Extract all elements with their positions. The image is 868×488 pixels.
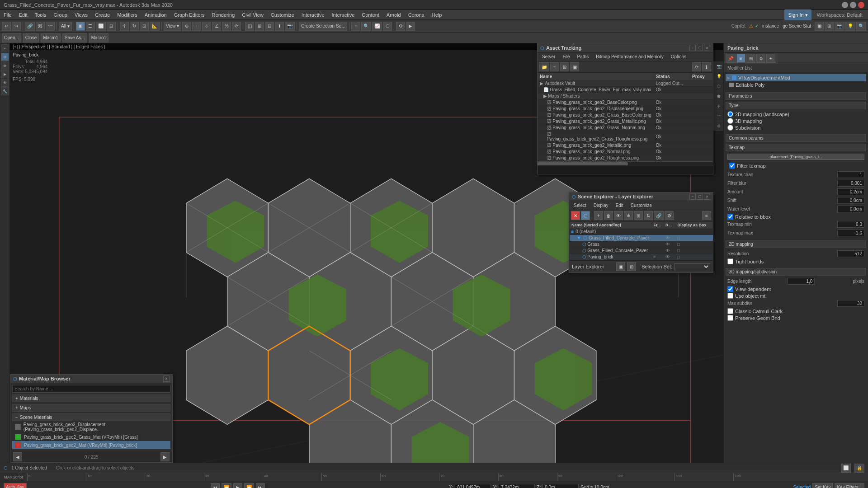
- hierarchy-panel-icon[interactable]: ⊕: [1, 61, 9, 70]
- se-col-name[interactable]: Name (Sorted Ascending): [570, 222, 652, 229]
- type-subdiv-input[interactable]: [727, 125, 733, 131]
- filter-blur-input[interactable]: [837, 180, 864, 187]
- snap-toggle-25d[interactable]: ⊹: [202, 22, 211, 31]
- at-col-status[interactable]: Status: [654, 73, 690, 80]
- window-controls[interactable]: [842, 2, 864, 8]
- menu-create[interactable]: Create: [91, 10, 113, 20]
- ms-pin[interactable]: 📌: [726, 54, 736, 63]
- list-item[interactable]: Paving_grass_brick_geo2_Grass_Mat (VRayM…: [12, 433, 170, 441]
- at-tb-btn1[interactable]: 📁: [539, 62, 549, 71]
- selection-filter-dropdown[interactable]: All ▾: [59, 22, 72, 31]
- vp-lock[interactable]: 🔒: [854, 464, 864, 473]
- minimize-button[interactable]: [842, 2, 848, 8]
- key-filters-btn[interactable]: Key Filters...: [835, 483, 864, 488]
- type-3d-radio[interactable]: 3D mapping: [727, 118, 864, 124]
- at-menu-bitmap[interactable]: Bitmap Performance and Memory: [592, 53, 667, 60]
- classic-catmull-input[interactable]: [727, 308, 733, 314]
- se-sort[interactable]: ⇅: [644, 211, 653, 220]
- quick-macro1[interactable]: Macro1: [41, 33, 60, 42]
- preserve-geom-checkbox[interactable]: Preserve Geom Bnd: [727, 315, 864, 321]
- toolbar-icon-1[interactable]: ▣: [815, 22, 824, 31]
- at-tb-btn4[interactable]: ▣: [570, 62, 579, 71]
- quick-save-as[interactable]: Save As...: [62, 33, 87, 42]
- rotate-button[interactable]: ↻: [130, 22, 139, 31]
- rectangular-select-button[interactable]: ⬜: [96, 22, 106, 31]
- x-coord-input[interactable]: [455, 484, 491, 488]
- at-minimize[interactable]: −: [689, 45, 696, 51]
- se-menu-select[interactable]: Select: [570, 202, 590, 209]
- toolbar-icon-3[interactable]: 📷: [835, 22, 844, 31]
- view-dependent-input[interactable]: [727, 286, 733, 292]
- normal-align-button[interactable]: ⊟: [265, 22, 274, 31]
- scale-button[interactable]: ⊡: [140, 22, 149, 31]
- vr-icon-camera[interactable]: 📷: [714, 61, 723, 71]
- ms-grid[interactable]: ⊞: [746, 54, 755, 63]
- menu-customize[interactable]: Customize: [267, 10, 298, 20]
- se-link[interactable]: 🔗: [654, 211, 664, 220]
- align-button[interactable]: ⊞: [255, 22, 264, 31]
- place-high-button[interactable]: ⬆: [275, 22, 284, 31]
- layer-manager[interactable]: ≡: [351, 22, 360, 31]
- at-tb-refresh[interactable]: ⟳: [692, 62, 701, 71]
- relative-bbox-checkbox[interactable]: Relative to bbox: [727, 214, 864, 220]
- playback-prev[interactable]: ⏪: [222, 483, 231, 488]
- texmap-max-input[interactable]: [837, 230, 864, 236]
- create-panel-icon[interactable]: +: [1, 44, 9, 52]
- at-close[interactable]: ×: [704, 45, 710, 51]
- se-titlebar[interactable]: ⬡ Scene Explorer - Layer Explorer − □ ×: [569, 192, 713, 201]
- spinner-snap[interactable]: ⟳: [232, 22, 241, 31]
- maximize-button[interactable]: [850, 2, 856, 8]
- angle-snap[interactable]: ∠: [212, 22, 221, 31]
- texmap-min-input[interactable]: [837, 221, 864, 228]
- mb-search-input[interactable]: [12, 385, 170, 393]
- unlink-button[interactable]: ⛓: [36, 22, 45, 31]
- at-menu-server[interactable]: Server: [538, 53, 559, 60]
- use-pivot-center[interactable]: ⊕: [182, 22, 191, 31]
- create-selection-btn[interactable]: Create Selection Se...: [299, 22, 347, 31]
- menu-scripting[interactable]: Interactive: [298, 10, 328, 20]
- z-coord-input[interactable]: [542, 484, 579, 488]
- menu-tools[interactable]: Tools: [31, 10, 50, 20]
- se-selection-set-dropdown[interactable]: [674, 263, 710, 270]
- view-dependent-checkbox[interactable]: View-dependent: [727, 286, 864, 292]
- mb-close[interactable]: ×: [163, 375, 170, 382]
- at-tb-info[interactable]: ℹ: [702, 62, 711, 71]
- at-col-proxy[interactable]: Proxy: [690, 73, 713, 80]
- relative-bbox-input[interactable]: [727, 214, 733, 220]
- list-item[interactable]: Paving_grass_brick_geo2_Displacement (Pa…: [12, 421, 170, 433]
- tight-bounds-checkbox[interactable]: Tight bounds: [727, 258, 864, 264]
- filter-texmap-input[interactable]: [729, 163, 735, 169]
- at-maximize[interactable]: □: [697, 45, 703, 51]
- quick-close[interactable]: Close: [23, 33, 39, 42]
- vr-icon-helper[interactable]: ✛: [714, 101, 723, 111]
- undo-button[interactable]: ↩: [2, 22, 11, 31]
- asset-tracking-titlebar[interactable]: ⬡ Asset Tracking − □ ×: [538, 44, 713, 52]
- menu-animation[interactable]: Animation: [141, 10, 170, 20]
- menu-civil-view[interactable]: Civil View: [238, 10, 267, 20]
- mb-scene-materials-header[interactable]: − Scene Materials: [12, 413, 170, 421]
- set-key-btn[interactable]: Set Key: [812, 483, 833, 488]
- workspaces-dropdown[interactable]: Workspaces: Default: [813, 10, 866, 20]
- menu-views[interactable]: Views: [71, 10, 91, 20]
- water-level-input[interactable]: [837, 206, 864, 212]
- se-new-layer[interactable]: +: [594, 211, 603, 220]
- window-crossing-button[interactable]: ⊟: [107, 22, 116, 31]
- vr-icon-spacewarp[interactable]: 〰: [714, 111, 723, 121]
- menu-group[interactable]: Group: [50, 10, 71, 20]
- max-subdivs-input[interactable]: [837, 300, 864, 307]
- placement-button[interactable]: 📐: [150, 22, 160, 31]
- menu-corona[interactable]: Corona: [405, 10, 428, 20]
- menu-edit[interactable]: Edit: [15, 10, 31, 20]
- menu-graph-editors[interactable]: Graph Editors: [170, 10, 208, 20]
- schematic-btn[interactable]: ⬡: [383, 22, 392, 31]
- mb-maps-header[interactable]: + Maps: [12, 404, 170, 412]
- at-col-name[interactable]: Name: [538, 73, 654, 80]
- type-3d-input[interactable]: [727, 118, 733, 124]
- menu-interactive[interactable]: Interactive: [328, 10, 359, 20]
- at-menu-options[interactable]: Options: [667, 53, 690, 60]
- modifier-vray-disp[interactable]: ▶ VRayDisplacementMod: [726, 74, 866, 81]
- resolution-input[interactable]: [837, 250, 864, 257]
- align-camera-button[interactable]: 📷: [285, 22, 295, 31]
- se-menu-edit[interactable]: Edit: [612, 202, 627, 209]
- se-options[interactable]: ≡: [702, 211, 711, 220]
